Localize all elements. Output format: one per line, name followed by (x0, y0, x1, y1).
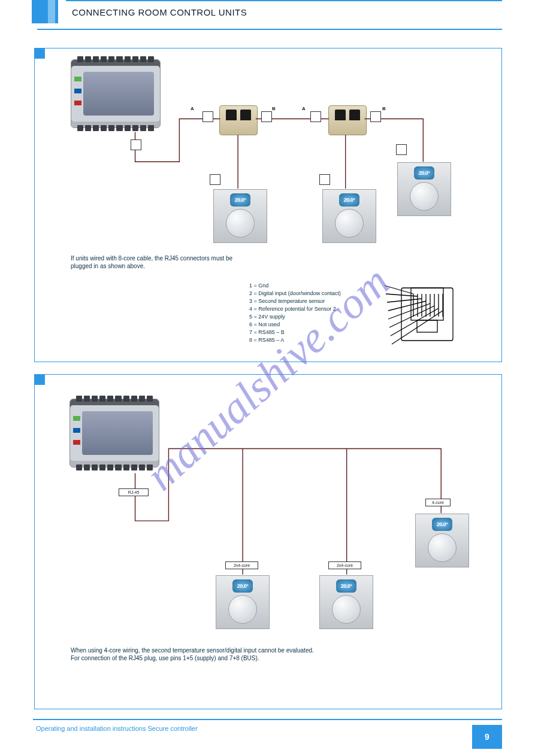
room-control-unit-1: 20.0° (213, 189, 267, 243)
cable-end-box (261, 111, 272, 122)
figure1-caption-line1: If units wired with 8-core cable, the RJ… (71, 255, 232, 262)
thermostat-dial (332, 595, 361, 624)
thermostat-dial (428, 533, 457, 562)
svg-line-16 (389, 306, 434, 327)
rj45-splitter-1 (219, 105, 258, 135)
pin6: 6 = (249, 321, 258, 327)
cable-end-box (210, 174, 220, 185)
thermostat-lcd: 20.0° (336, 579, 356, 593)
svg-line-17 (391, 308, 439, 336)
thermostat-dial (228, 595, 257, 624)
thermostat-lcd: 20.0° (230, 193, 250, 207)
room-control-unit-3: 20.0° (397, 162, 451, 216)
pin4: 4 = (249, 306, 258, 312)
rj45-pin-legend: 1 = Gnd 2 = Digital input (door/window c… (249, 282, 341, 344)
pin6-label: Not used (258, 321, 280, 327)
cable-end-box (370, 111, 381, 122)
svg-line-14 (388, 301, 426, 311)
thermostat-dial (226, 209, 255, 238)
thermostat-lcd: 20.0° (232, 579, 253, 593)
thermostat-lcd: 20.0° (339, 193, 359, 207)
figure-2-4core-wiring: 20.0° 20.0° 20.0° RJ-45 2x4-core 2x4-cor… (34, 374, 502, 709)
svg-line-11 (385, 286, 413, 294)
cable-version-b-1: B (272, 106, 276, 111)
tstat3-cable-label: 4-core (425, 499, 451, 506)
room-control-unit-2: 20.0° (322, 189, 376, 243)
pin1-label: Gnd (258, 283, 268, 289)
cable-end-box (319, 174, 330, 185)
pin8: 8 = (249, 337, 258, 343)
rj45-jack-detail (382, 283, 466, 355)
thermostat-dial (335, 209, 364, 238)
footer-rule (33, 719, 502, 720)
room-control-unit-2: 20.0° (319, 575, 373, 629)
pin3-label: Second temperature sensor (258, 298, 325, 304)
figure2-caption-line2: For connection of the RJ45 plug, use pin… (71, 655, 259, 661)
pin1: 1 = (249, 283, 258, 289)
cable-end-box (396, 144, 407, 155)
secure-controller-device (71, 59, 161, 128)
cable-end-box (202, 111, 213, 122)
room-control-unit-3: 20.0° (415, 514, 469, 567)
thermostat-lcd: 20.0° (414, 166, 434, 180)
page-number-box: 9 (472, 725, 502, 749)
figure2-caption-line1: When using 4-core wiring, the second tem… (71, 647, 314, 654)
thermostat-lcd: 20.0° (432, 518, 452, 531)
figure-1-rj45-daisy-chain: 20.0° 20.0° 20.0° If units wired with 8-… (34, 48, 502, 362)
figure2-caption: When using 4-core wiring, the second tem… (71, 647, 314, 662)
footer-doc-title: Operating and installation instructions … (36, 725, 198, 732)
figure1-caption: If units wired with 8-core cable, the RJ… (71, 255, 232, 270)
figure-corner-icon (34, 48, 45, 59)
pin2-label: Digital input (door/window contact) (258, 290, 341, 296)
tstat1-cable-label: 2x4-core (225, 561, 258, 569)
cable-version-a-1: A (191, 106, 194, 111)
tstat2-cable-label: 2x4-core (328, 561, 361, 569)
header-bottom-rule (37, 29, 502, 30)
rj45-splitter-2 (328, 105, 367, 135)
pin7-label: RS485 – B (258, 329, 285, 335)
room-control-unit-1: 20.0° (216, 575, 270, 629)
page-number: 9 (485, 732, 489, 742)
pin2: 2 = (249, 290, 258, 296)
cable-end-box (131, 139, 141, 150)
page-section-title: CONNECTING ROOM CONTROL UNITS (72, 7, 247, 17)
cable-version-b-2: B (382, 106, 386, 111)
pin7: 7 = (249, 329, 258, 335)
thermostat-dial (410, 182, 439, 211)
rj45-label: RJ-45 (119, 488, 149, 496)
cable-version-a-2: A (302, 106, 306, 111)
figure1-caption-line2: plugged in as shown above. (71, 263, 145, 269)
pin5: 5 = (249, 314, 258, 320)
pin4-label: Reference potential for Sensor 2 (258, 306, 336, 312)
pin8-label: RS485 – A (258, 337, 284, 343)
secure-controller-device (69, 399, 159, 467)
pin3: 3 = (249, 298, 258, 304)
figure-corner-icon (34, 374, 45, 385)
pin5-label: 24V supply (258, 314, 285, 320)
svg-line-13 (387, 299, 422, 302)
svg-rect-2 (417, 320, 437, 332)
header-top-rule (66, 0, 502, 1)
header-accent-bar-secondary (48, 0, 55, 23)
cable-end-box (310, 111, 321, 122)
